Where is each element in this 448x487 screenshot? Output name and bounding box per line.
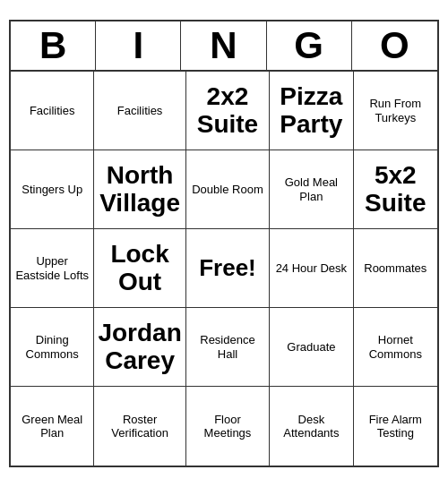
bingo-cell-4[interactable]: Run From Turkeys <box>354 72 437 150</box>
cell-text-20: Green Meal Plan <box>14 413 90 440</box>
bingo-cell-22[interactable]: Floor Meetings <box>186 387 270 466</box>
bingo-cell-1[interactable]: Facilities <box>94 72 185 150</box>
cell-text-24: Fire Alarm Testing <box>358 413 434 440</box>
bingo-cell-10[interactable]: Upper Eastside Lofts <box>11 229 94 308</box>
bingo-cell-17[interactable]: Residence Hall <box>186 308 270 387</box>
cell-text-10: Upper Eastside Lofts <box>14 254 90 282</box>
bingo-cell-11[interactable]: Lock Out <box>94 229 185 308</box>
cell-text-5: Stingers Up <box>22 183 82 197</box>
cell-text-23: Desk Attendants <box>273 413 349 440</box>
bingo-cell-21[interactable]: Roster Verification <box>94 387 185 466</box>
bingo-cell-0[interactable]: Facilities <box>11 72 94 150</box>
cell-text-12: Free! <box>199 255 256 281</box>
bingo-cell-13[interactable]: 24 Hour Desk <box>270 229 353 308</box>
bingo-cell-8[interactable]: Gold Meal Plan <box>270 150 353 229</box>
cell-text-21: Roster Verification <box>98 413 181 440</box>
cell-text-13: 24 Hour Desk <box>276 261 347 276</box>
cell-text-17: Residence Hall <box>190 333 265 361</box>
cell-text-6: North Village <box>98 162 181 218</box>
cell-text-22: Floor Meetings <box>190 413 265 440</box>
cell-text-15: Dining Commons <box>14 333 90 361</box>
cell-text-14: Roommates <box>364 261 426 276</box>
bingo-cell-18[interactable]: Graduate <box>270 308 353 387</box>
bingo-cell-3[interactable]: Pizza Party <box>270 72 353 150</box>
cell-text-0: Facilities <box>30 104 75 118</box>
bingo-cell-5[interactable]: Stingers Up <box>11 150 94 229</box>
bingo-cell-20[interactable]: Green Meal Plan <box>11 387 94 466</box>
bingo-cell-7[interactable]: Double Room <box>186 150 270 229</box>
bingo-cell-23[interactable]: Desk Attendants <box>270 387 353 466</box>
cell-text-19: Hornet Commons <box>358 333 434 361</box>
cell-text-11: Lock Out <box>98 241 181 296</box>
cell-text-3: Pizza Party <box>273 83 349 139</box>
bingo-cell-19[interactable]: Hornet Commons <box>354 308 437 387</box>
bingo-cell-16[interactable]: Jordan Carey <box>94 308 185 387</box>
header-letter-i: I <box>96 21 181 70</box>
header-letter-b: B <box>11 21 96 70</box>
bingo-cell-15[interactable]: Dining Commons <box>11 308 94 387</box>
header-letter-g: G <box>267 21 352 70</box>
header-letter-o: O <box>352 21 437 70</box>
bingo-cell-24[interactable]: Fire Alarm Testing <box>354 387 437 466</box>
cell-text-16: Jordan Carey <box>98 320 181 375</box>
cell-text-9: 5x2 Suite <box>358 162 434 218</box>
cell-text-4: Run From Turkeys <box>358 97 434 124</box>
bingo-card: BINGO FacilitiesFacilities2x2 SuitePizza… <box>9 20 439 467</box>
bingo-cell-9[interactable]: 5x2 Suite <box>354 150 437 229</box>
bingo-grid: FacilitiesFacilities2x2 SuitePizza Party… <box>11 72 437 466</box>
cell-text-2: 2x2 Suite <box>190 83 265 139</box>
bingo-header: BINGO <box>11 21 437 72</box>
cell-text-18: Graduate <box>287 340 335 355</box>
header-letter-n: N <box>181 21 266 70</box>
bingo-cell-2[interactable]: 2x2 Suite <box>186 72 270 150</box>
bingo-cell-14[interactable]: Roommates <box>354 229 437 308</box>
cell-text-1: Facilities <box>117 104 163 118</box>
bingo-cell-6[interactable]: North Village <box>94 150 185 229</box>
cell-text-8: Gold Meal Plan <box>273 175 349 203</box>
bingo-cell-12[interactable]: Free! <box>186 229 270 308</box>
cell-text-7: Double Room <box>192 183 263 197</box>
